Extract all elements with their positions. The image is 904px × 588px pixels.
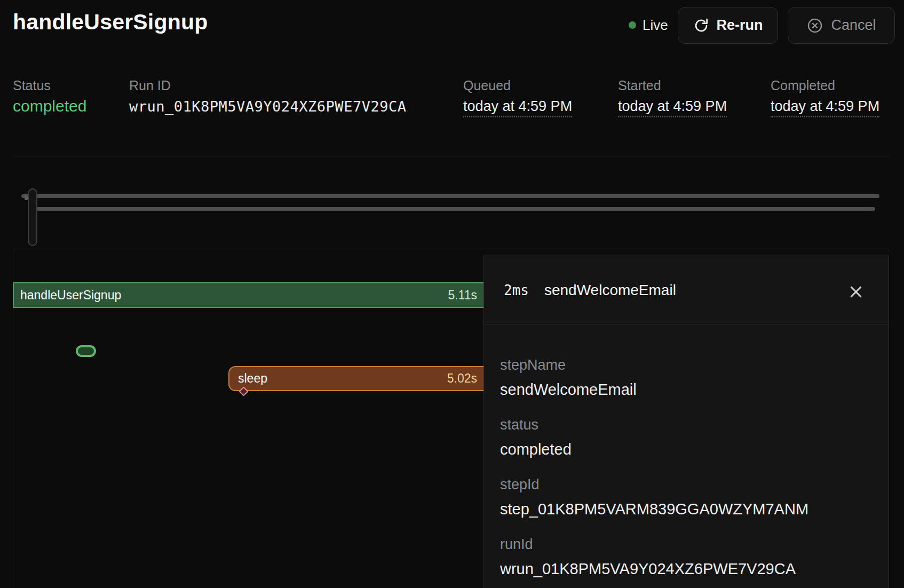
panel-header: 2ms sendWelcomeEmail	[484, 256, 889, 324]
refresh-icon	[693, 18, 709, 34]
queued-value: today at 4:59 PM	[463, 98, 572, 115]
cancel-button[interactable]: Cancel	[788, 7, 895, 44]
workflow-run-page: handleUserSignup Live Re-run Cancel Stat…	[0, 0, 904, 588]
completed-label: Completed	[771, 78, 835, 93]
step-bar-sleep[interactable]: sleep 5.02s	[228, 366, 483, 391]
cancel-label: Cancel	[831, 17, 876, 34]
field-key: stepName	[500, 355, 873, 375]
page-title: handleUserSignup	[13, 10, 208, 35]
field-value: sendWelcomeEmail	[500, 378, 873, 401]
bar-duration: 5.11s	[448, 288, 477, 303]
close-icon	[848, 284, 864, 300]
field-value: completed	[500, 438, 873, 461]
status-label: Status	[13, 78, 51, 93]
queued-label: Queued	[463, 78, 511, 93]
field-status: status completed	[500, 415, 873, 461]
field-key: runId	[500, 535, 873, 554]
minimap-track-workflow[interactable]	[21, 194, 879, 198]
step-detail-panel: 2ms sendWelcomeEmail stepName sendWelcom…	[483, 256, 889, 588]
completed-value: today at 4:59 PM	[771, 98, 879, 115]
field-key: stepId	[500, 475, 873, 494]
bar-label: sleep	[238, 371, 267, 386]
field-stepname: stepName sendWelcomeEmail	[500, 355, 873, 401]
step-duration: 2ms	[504, 282, 529, 298]
status-value: completed	[13, 97, 86, 115]
run-id-value: wrun_01K8PM5VA9Y024XZ6PWE7V29CA	[129, 98, 406, 115]
field-runid: runId wrun_01K8PM5VA9Y024XZ6PWE7V29CA	[500, 535, 873, 581]
panel-body: stepName sendWelcomeEmail status complet…	[484, 324, 889, 581]
live-dot-icon	[629, 21, 636, 29]
minimap-track-sleep[interactable]	[31, 207, 875, 211]
run-id-label: Run ID	[129, 78, 171, 93]
field-key: status	[500, 415, 873, 434]
bar-duration: 5.02s	[447, 371, 477, 386]
field-value: step_01K8PM5VARM839GGA0WZYM7ANM	[500, 497, 873, 521]
started-value: today at 4:59 PM	[618, 98, 727, 115]
live-indicator: Live	[629, 16, 668, 34]
step-title: sendWelcomeEmail	[544, 282, 676, 299]
close-button[interactable]	[847, 283, 865, 301]
live-label: Live	[643, 17, 668, 34]
cancel-circle-x-icon	[806, 17, 823, 34]
header-divider	[13, 156, 891, 156]
field-stepid: stepId step_01K8PM5VARM839GGA0WZYM7ANM	[500, 475, 873, 521]
field-value: wrun_01K8PM5VA9Y024XZ6PWE7V29CA	[500, 557, 873, 581]
step-pill-sendwelcomeemail[interactable]	[76, 345, 96, 357]
chart-top-border	[13, 249, 889, 249]
workflow-bar-handleusersignup[interactable]: handleUserSignup 5.11s	[13, 282, 483, 308]
minimap-brush-handle[interactable]	[28, 188, 37, 246]
bar-label: handleUserSignup	[20, 288, 121, 303]
rerun-button[interactable]: Re-run	[678, 7, 778, 44]
started-label: Started	[618, 78, 661, 93]
rerun-label: Re-run	[717, 17, 763, 34]
